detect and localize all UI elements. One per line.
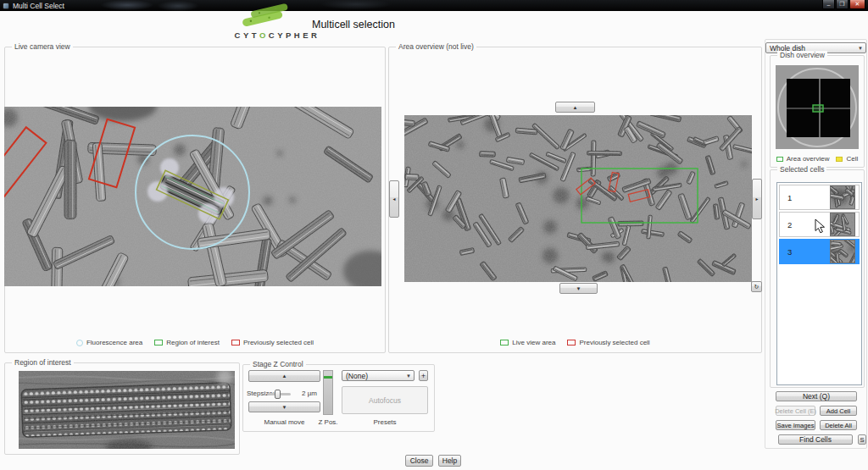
cell-thumbnail [831, 186, 854, 208]
minimize-icon: – [827, 2, 831, 8]
z-down-button[interactable]: ▼ [248, 401, 320, 412]
roi-image [19, 371, 235, 449]
fluorescence-swatch-icon [76, 340, 83, 346]
close-button[interactable]: Close [405, 455, 433, 467]
s-button[interactable]: S [858, 434, 866, 445]
maximize-button[interactable]: ❐ [836, 0, 849, 9]
legend-live-view-area: Live view area [500, 339, 555, 346]
down-arrow-icon: ▼ [576, 286, 581, 291]
chevron-down-icon: ▼ [403, 373, 414, 379]
right-arrow-icon: ► [755, 197, 760, 202]
prev-cell-swatch-icon [231, 340, 240, 346]
z-up-button[interactable]: ▲ [248, 370, 320, 382]
cell-thumbnail [831, 213, 854, 235]
close-icon: ✕ [855, 1, 860, 8]
cell-row-3-selected[interactable]: 3 [779, 239, 860, 264]
close-window-button[interactable]: ✕ [849, 0, 865, 9]
window-title: Multi Cell Select [13, 2, 64, 10]
pan-right-button[interactable]: ► [752, 179, 762, 219]
cell-row-1[interactable]: 1 [779, 185, 860, 210]
prev-cell-swatch-icon [567, 340, 576, 346]
legend-area-overview: Area overview [776, 155, 830, 163]
page-title: Multicell selection [312, 19, 395, 30]
roi-swatch-icon [154, 340, 163, 346]
pan-up-button[interactable]: ▲ [555, 102, 595, 113]
app-icon [3, 3, 9, 9]
legend-prev-selected: Previously selected cell [567, 339, 649, 346]
stage-z-title: Stage Z Control [250, 360, 306, 368]
help-button[interactable]: Help [438, 455, 461, 467]
autofocus-button[interactable]: Autofocus [342, 386, 428, 414]
pan-left-button[interactable]: ◄ [389, 180, 399, 218]
legend-fluorescence-area: Fluorescence area [76, 339, 142, 346]
find-cells-button[interactable]: Find Cells [778, 434, 853, 445]
prev-selected-mini-box [628, 190, 649, 202]
cytocypher-logo [235, 3, 294, 28]
pan-down-button[interactable]: ▼ [559, 283, 598, 294]
brand-wordmark: CYTOCYPHER [225, 30, 329, 40]
live-view-area-box [581, 169, 698, 223]
plus-icon: + [421, 372, 426, 380]
area-overview-image[interactable] [404, 115, 752, 282]
add-cell-button[interactable]: Add Cell [820, 406, 857, 416]
cell-number: 3 [787, 247, 792, 257]
live-area-swatch-icon [500, 340, 509, 346]
save-images-button[interactable]: Save Images [776, 420, 815, 430]
title-bar[interactable]: Multi Cell Select [0, 0, 868, 11]
preset-value: (None) [346, 372, 368, 380]
next-button[interactable]: Next (Q) [776, 391, 857, 401]
live-camera-title: Live camera view [12, 42, 73, 51]
area-legend: Live view area Previously selected cell [388, 339, 762, 346]
area-overlays [404, 115, 752, 282]
z-position-marker [324, 376, 332, 379]
minimize-button[interactable]: – [822, 0, 835, 9]
manual-move-label: Manual move [244, 418, 325, 426]
z-position-indicator [323, 370, 333, 415]
area-overview-swatch-icon [776, 157, 783, 162]
cell-number: 2 [787, 220, 792, 229]
dish-legend: Area overview Cell [770, 155, 865, 163]
up-arrow-icon: ▲ [573, 105, 578, 110]
add-preset-button[interactable]: + [419, 370, 428, 381]
refresh-icon: ↻ [754, 284, 760, 290]
stepsize-slider-thumb[interactable] [275, 390, 281, 399]
cell-thumbnail [831, 241, 854, 263]
up-arrow-icon: ▲ [282, 373, 287, 379]
legend-region-of-interest: Region of interest [154, 339, 220, 346]
cell-number: 1 [787, 193, 792, 202]
cell-swatch-icon [836, 157, 843, 162]
preset-select[interactable]: (None) ▼ [342, 370, 415, 381]
presets-label: Presets [342, 418, 428, 426]
prev-selected-mini-box [609, 172, 619, 191]
stepsize-slider[interactable] [267, 393, 291, 395]
delete-all-button[interactable]: Delete All [820, 420, 857, 430]
selected-cells-title: Selected cells [777, 165, 826, 174]
live-legend: Fluorescence area Region of interest Pre… [4, 339, 386, 346]
prev-selected-cell-box [89, 119, 135, 188]
live-overlays [4, 107, 381, 286]
dish-overview-title: Dish overview [777, 51, 827, 59]
maximize-icon: ❐ [839, 1, 844, 8]
zpos-label: Z Pos. [315, 418, 341, 426]
live-camera-image[interactable] [4, 107, 381, 286]
roi-title: Region of interest [12, 358, 74, 367]
dish-overview-map[interactable] [776, 65, 859, 149]
chevron-down-icon: ▼ [855, 46, 865, 51]
stepsize-value: 2 µm [302, 390, 317, 397]
refresh-overview-button[interactable]: ↻ [751, 281, 762, 292]
delete-cell-button[interactable]: Delete Cell (E) [776, 406, 815, 416]
selected-cells-list[interactable]: 1 2 3 [776, 182, 862, 385]
prev-selected-mini-box [576, 178, 595, 195]
down-arrow-icon: ▼ [282, 405, 287, 410]
legend-cell: Cell [836, 155, 858, 163]
mouse-cursor [815, 218, 826, 234]
prev-selected-cell-box [4, 127, 46, 196]
legend-prev-selected: Previously selected cell [231, 339, 314, 346]
dish-area-marker [813, 105, 823, 112]
area-overview-title: Area overview (not live) [396, 42, 476, 51]
left-arrow-icon: ◄ [392, 197, 397, 202]
